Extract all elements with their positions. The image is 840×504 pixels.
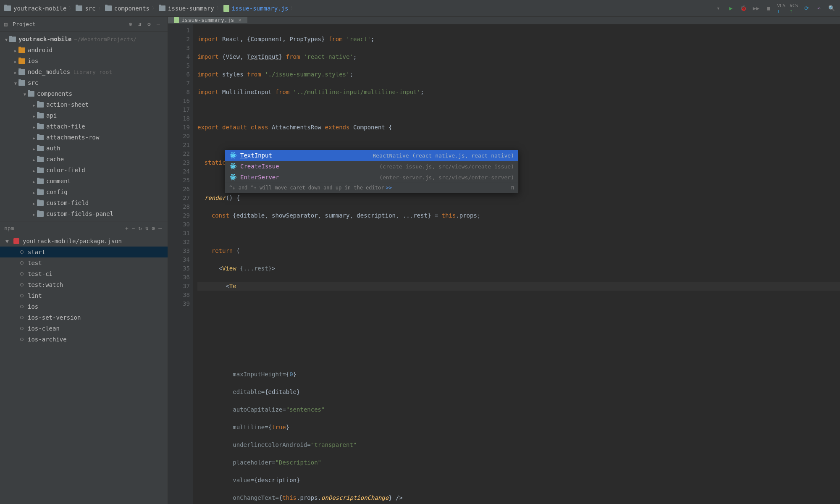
tree-node[interactable]: attach-file <box>0 121 168 132</box>
project-tree: youtrack-mobile ~/WebstormProjects/ andr… <box>0 32 168 221</box>
completion-more-link[interactable]: >> <box>386 184 391 192</box>
breadcrumb-segment[interactable]: youtrack-mobile〉 <box>4 5 73 12</box>
project-sidebar: ▤ Project ⊕ ⇵ ⚙ ─ youtrack-mobile ~/Webs… <box>0 17 168 504</box>
toolbar-actions: ▾ ▶ 🐞 ▶▶ ■ VCS↓ VCS↑ ⟳ ↶ 🔍 <box>714 3 836 14</box>
folder-icon <box>18 58 25 64</box>
npm-panel-header: npm + − ↻ ⇅ ⚙ ─ <box>0 221 168 235</box>
npm-script-item[interactable]: ios <box>0 301 168 312</box>
hide-npm-icon[interactable]: ─ <box>158 225 162 231</box>
sync-button[interactable]: ⟳ <box>802 4 811 13</box>
breadcrumbs: youtrack-mobile〉 src〉 components〉 issue-… <box>4 5 714 12</box>
tree-node[interactable]: api <box>0 110 168 121</box>
folder-icon <box>37 113 44 118</box>
navigation-bar: youtrack-mobile〉 src〉 components〉 issue-… <box>0 0 840 17</box>
react-icon <box>229 173 237 181</box>
npm-script-item[interactable]: ios-set-version <box>0 312 168 323</box>
refresh-icon[interactable]: ↻ <box>139 225 142 231</box>
folder-icon <box>105 5 112 11</box>
settings-icon[interactable]: ⚙ <box>152 225 155 231</box>
folder-icon <box>37 189 44 195</box>
run-button[interactable]: ▶ <box>727 4 735 13</box>
run-config-dropdown[interactable]: ▾ <box>714 4 722 13</box>
hide-icon[interactable]: ─ <box>157 21 163 28</box>
tree-node[interactable]: custom-field <box>0 197 168 208</box>
add-script-icon[interactable]: + <box>125 225 129 231</box>
js-file-icon <box>174 17 179 23</box>
breadcrumb-segment[interactable]: issue-summary.js〉 <box>223 5 295 12</box>
tree-node[interactable]: attachments-row <box>0 132 168 143</box>
svg-point-4 <box>233 166 234 167</box>
folder-icon <box>37 135 44 140</box>
debug-button[interactable]: 🐞 <box>739 4 748 13</box>
tree-node[interactable]: action-sheet <box>0 99 168 110</box>
settings-icon[interactable]: ⚙ <box>147 21 154 28</box>
react-icon <box>229 163 237 170</box>
code-editor[interactable]: 1234567816171819202122232425262728293031… <box>168 24 840 504</box>
tree-node[interactable]: color-field <box>0 165 168 176</box>
folder-icon <box>4 5 11 11</box>
breadcrumb-segment[interactable]: components〉 <box>105 5 156 12</box>
project-icon: ▤ <box>4 21 10 27</box>
tree-node[interactable]: config <box>0 186 168 197</box>
editor-tabs: issue-summary.js × <box>168 17 840 24</box>
vcs-pull-button[interactable]: VCS↓ <box>777 3 785 14</box>
completion-item[interactable]: CreateIssue(create-issue.js, src/views/c… <box>225 161 518 172</box>
tree-node[interactable]: cache <box>0 154 168 165</box>
react-icon <box>229 152 237 159</box>
code-completion-popup[interactable]: TextInputReactNative (react-native.js, r… <box>225 150 519 193</box>
npm-panel: npm + − ↻ ⇅ ⚙ ─ ▼ youtrack-mobile/packag… <box>0 221 168 346</box>
folder-icon <box>18 80 25 86</box>
npm-script-item[interactable]: test-ci <box>0 268 168 279</box>
editor-tab[interactable]: issue-summary.js × <box>168 17 247 24</box>
search-everywhere-button[interactable]: 🔍 <box>827 4 836 13</box>
folder-icon <box>37 146 44 151</box>
folder-icon <box>9 37 16 42</box>
npm-script-item[interactable]: test:watch <box>0 279 168 290</box>
npm-package-root[interactable]: ▼ youtrack-mobile/package.json <box>0 236 168 247</box>
tree-node[interactable]: comment <box>0 176 168 186</box>
collapse-icon[interactable]: ⇵ <box>138 21 145 28</box>
npm-icon <box>13 238 19 244</box>
folder-icon <box>18 69 25 75</box>
folder-icon <box>18 47 25 53</box>
project-panel-title: Project <box>13 21 126 27</box>
breadcrumb-segment[interactable]: issue-summary〉 <box>159 5 221 12</box>
npm-script-item[interactable]: lint <box>0 290 168 301</box>
coverage-button[interactable]: ▶▶ <box>752 4 760 13</box>
npm-script-item[interactable]: ios-archive <box>0 334 168 345</box>
folder-icon <box>37 168 44 173</box>
completion-footer: ^↓ and ^↑ will move caret down and up in… <box>225 183 518 193</box>
tree-node[interactable]: components <box>0 88 168 99</box>
tree-node[interactable]: ios <box>0 55 168 66</box>
autoscroll-icon[interactable]: ⊕ <box>129 21 136 28</box>
breadcrumb-segment[interactable]: src〉 <box>76 5 102 12</box>
stop-button[interactable]: ■ <box>764 4 773 13</box>
folder-icon <box>37 211 44 217</box>
remove-script-icon[interactable]: − <box>132 225 135 231</box>
code-content[interactable]: import React, {Component, PropTypes} fro… <box>193 24 840 504</box>
npm-script-item[interactable]: ios-clean <box>0 323 168 334</box>
tree-node[interactable]: android <box>0 45 168 55</box>
undo-button[interactable]: ↶ <box>815 4 823 13</box>
tree-root[interactable]: youtrack-mobile ~/WebstormProjects/ <box>0 34 168 45</box>
completion-item[interactable]: EnterServer(enter-server.js, src/views/e… <box>225 172 518 183</box>
npm-script-item[interactable]: test <box>0 257 168 268</box>
folder-icon <box>37 124 44 129</box>
tree-node[interactable]: custom-fields-panel <box>0 208 168 219</box>
folder-icon <box>159 5 165 11</box>
folder-icon <box>37 200 44 206</box>
npm-script-item[interactable]: start <box>0 247 168 257</box>
folder-icon <box>37 102 44 108</box>
close-tab-icon[interactable]: × <box>238 17 242 23</box>
tree-node[interactable]: auth <box>0 143 168 154</box>
svg-point-8 <box>233 177 234 178</box>
tree-node[interactable]: node_moduleslibrary root <box>0 66 168 77</box>
filter-icon[interactable]: ⇅ <box>145 225 149 231</box>
folder-icon <box>28 91 34 97</box>
completion-item[interactable]: TextInputReactNative (react-native.js, r… <box>225 150 518 161</box>
project-panel-header: ▤ Project ⊕ ⇵ ⚙ ─ <box>0 17 168 32</box>
vcs-push-button[interactable]: VCS↑ <box>790 3 798 14</box>
svg-point-0 <box>233 155 234 156</box>
tree-node[interactable]: src <box>0 77 168 88</box>
folder-icon <box>76 5 82 11</box>
